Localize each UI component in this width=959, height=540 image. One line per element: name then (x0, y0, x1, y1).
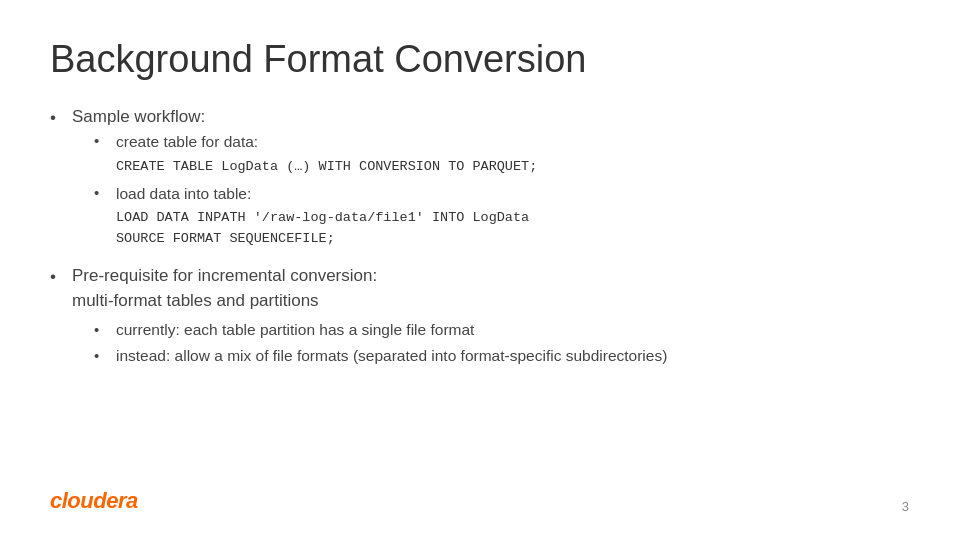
bullet-1-2: • load data into table: LOAD DATA INPATH… (94, 181, 909, 250)
slide: Background Format Conversion • Sample wo… (0, 0, 959, 540)
code-line-2b: SOURCE FORMAT SEQUENCEFILE; (116, 229, 909, 250)
code-line-1: CREATE TABLE LogData (…) WITH CONVERSION… (116, 159, 537, 174)
code-line-2a: LOAD DATA INPATH '/raw-log-data/file1' I… (116, 208, 909, 229)
bullet-2-1: • currently: each table partition has a … (94, 318, 909, 342)
code-block-2: LOAD DATA INPATH '/raw-log-data/file1' I… (116, 208, 909, 250)
bullet-1-label: Sample workflow: (72, 107, 205, 126)
bullet-2-2-dot: • (94, 344, 116, 368)
bullet-1-1-text: create table for data: CREATE TABLE LogD… (116, 129, 909, 177)
cloudera-logo-text: cloudera (50, 488, 138, 513)
bullet-2-1-dot: • (94, 318, 116, 342)
bullet-2-label: Pre-requisite for incremental conversion… (72, 263, 909, 314)
bullet-1-dot: • (50, 104, 72, 131)
bullet-1-1-dot: • (94, 129, 116, 153)
bullet-2-text: Pre-requisite for incremental conversion… (72, 263, 909, 371)
bullet-2: • Pre-requisite for incremental conversi… (50, 263, 909, 371)
bullet-1-2-dot: • (94, 181, 116, 205)
bullet-1-2-text: load data into table: LOAD DATA INPATH '… (116, 181, 909, 250)
bullet-2-1-label: currently: each table partition has a si… (116, 318, 474, 341)
bullet-2-2: • instead: allow a mix of file formats (… (94, 344, 909, 368)
bullet-2-2-label: instead: allow a mix of file formats (se… (116, 344, 667, 367)
bullet-1-text: Sample workflow: • create table for data… (72, 104, 909, 253)
content-area: • Sample workflow: • create table for da… (50, 104, 909, 371)
bullet-2-dot: • (50, 263, 72, 290)
code-block-1: CREATE TABLE LogData (…) WITH CONVERSION… (116, 157, 909, 178)
bullet-1-2-label: load data into table: (116, 185, 251, 202)
bullet-1: • Sample workflow: • create table for da… (50, 104, 909, 253)
bullet-1-1-label: create table for data: (116, 133, 258, 150)
slide-title: Background Format Conversion (50, 38, 909, 82)
bullet-1-1: • create table for data: CREATE TABLE Lo… (94, 129, 909, 177)
page-number: 3 (902, 499, 909, 514)
bullet-2-label-line1: Pre-requisite for incremental conversion… (72, 266, 377, 285)
bottom-logo: cloudera (50, 488, 138, 514)
bullet-2-label-line2: multi-format tables and partitions (72, 291, 319, 310)
